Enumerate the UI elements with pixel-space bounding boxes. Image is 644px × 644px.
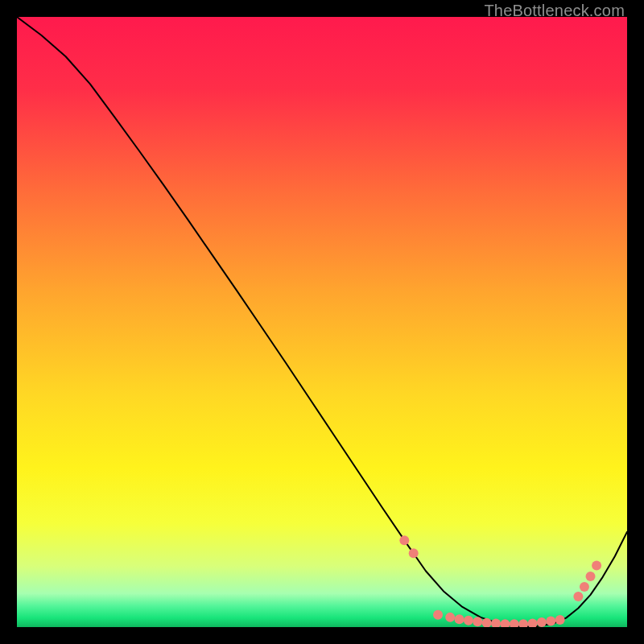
data-marker (473, 617, 482, 626)
data-marker (573, 592, 583, 601)
data-marker (433, 610, 443, 620)
chart-frame: TheBottleneck.com (0, 0, 644, 644)
chart-plot (17, 17, 627, 627)
data-marker (409, 548, 419, 558)
data-marker (445, 613, 455, 622)
data-marker (537, 617, 547, 627)
data-marker (455, 614, 464, 624)
data-marker (464, 616, 473, 625)
data-marker (546, 616, 555, 625)
data-marker (586, 572, 596, 581)
data-marker (592, 560, 601, 570)
data-marker (580, 582, 589, 592)
data-marker (399, 535, 409, 545)
data-marker (555, 615, 565, 625)
